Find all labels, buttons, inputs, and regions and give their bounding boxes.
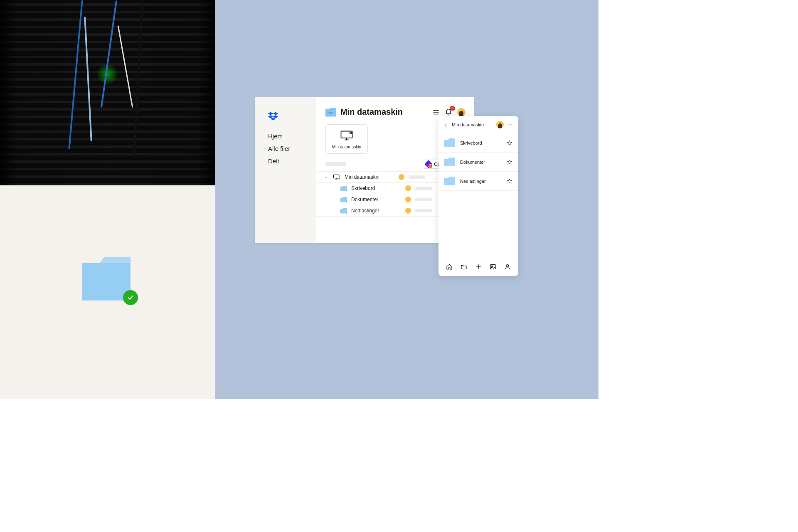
svg-marker-10: [507, 140, 512, 145]
nav-all-files[interactable]: Alle filer: [268, 145, 316, 152]
meta-placeholder: [415, 198, 432, 201]
star-icon[interactable]: [507, 159, 512, 165]
mobile-folder-row[interactable]: Nedlastinger: [438, 172, 518, 191]
monitor-icon: [333, 174, 340, 180]
sync-ok-icon: [345, 190, 348, 192]
plus-icon[interactable]: [475, 264, 482, 270]
files-icon[interactable]: [461, 264, 467, 270]
sync-ok-icon: [345, 212, 348, 215]
avatar[interactable]: [457, 108, 466, 116]
folder-icon: [340, 197, 347, 202]
mobile-folder-row[interactable]: Dokumenter: [438, 153, 518, 172]
nav-shared[interactable]: Delt: [268, 158, 316, 164]
more-icon[interactable]: ⋯: [507, 122, 513, 128]
meta-placeholder: [415, 209, 432, 212]
row-name: Min datamaskin: [345, 174, 394, 180]
svg-rect-15: [490, 265, 495, 269]
mobile-bottom-nav: [438, 259, 518, 276]
device-card[interactable]: Min datamaskin: [325, 124, 368, 154]
dropbox-mobile-panel: Min datamaskin ⋯ Skrivebord Dokumenter: [438, 116, 518, 276]
dropbox-logo-icon[interactable]: [268, 111, 278, 121]
server-rack-photo: [0, 0, 215, 185]
star-icon[interactable]: [507, 140, 512, 146]
row-name: Skrivebord: [351, 185, 401, 191]
owner-avatar: [405, 208, 411, 214]
folder-icon: [444, 177, 455, 185]
owner-avatar: [405, 197, 411, 202]
folder-label: Nedlastinger: [460, 179, 502, 184]
avatar[interactable]: [496, 121, 504, 128]
page-title: Min datamaskin: [340, 107, 432, 117]
mobile-folder-row[interactable]: Skrivebord: [438, 133, 518, 153]
home-icon[interactable]: [446, 264, 453, 270]
photos-icon[interactable]: [490, 264, 496, 270]
nav-home[interactable]: Hjem: [268, 133, 316, 139]
menu-icon[interactable]: [432, 108, 440, 116]
folder-icon: [82, 256, 131, 300]
notification-count: 3: [450, 106, 455, 111]
star-icon[interactable]: [507, 178, 512, 184]
folder-icon: [444, 138, 455, 147]
row-name: Dokumenter: [351, 197, 401, 202]
mobile-folder-list: Skrivebord Dokumenter Nedlastinger: [438, 133, 518, 259]
sync-ok-icon: [345, 201, 348, 204]
svg-point-17: [507, 265, 509, 267]
meta-placeholder: [409, 175, 425, 179]
folder-label: Dokumenter: [460, 160, 502, 165]
toolbar-placeholder: [325, 162, 346, 166]
create-icon: [426, 161, 431, 167]
account-icon[interactable]: [504, 264, 511, 270]
current-folder-icon: [325, 108, 336, 117]
svg-marker-11: [507, 160, 512, 164]
expand-caret-icon[interactable]: ▸: [325, 175, 329, 179]
folder-label: Skrivebord: [460, 140, 502, 145]
folder-icon: [340, 208, 347, 214]
mobile-title: Min datamaskin: [452, 122, 493, 127]
owner-avatar: [399, 174, 404, 180]
sidebar: Hjem Alle filer Delt: [255, 97, 316, 243]
back-icon[interactable]: [443, 122, 448, 127]
device-card-label: Min datamaskin: [329, 145, 364, 149]
folder-icon: [444, 158, 455, 166]
row-name: Nedlastinger: [351, 208, 401, 214]
svg-point-9: [338, 177, 340, 180]
notification-bell-icon[interactable]: 3: [445, 108, 452, 116]
svg-rect-6: [334, 175, 340, 178]
folder-icon: [340, 186, 347, 191]
meta-placeholder: [415, 187, 432, 190]
owner-avatar: [405, 185, 411, 191]
sync-check-icon: [123, 290, 138, 305]
svg-marker-12: [507, 179, 512, 183]
